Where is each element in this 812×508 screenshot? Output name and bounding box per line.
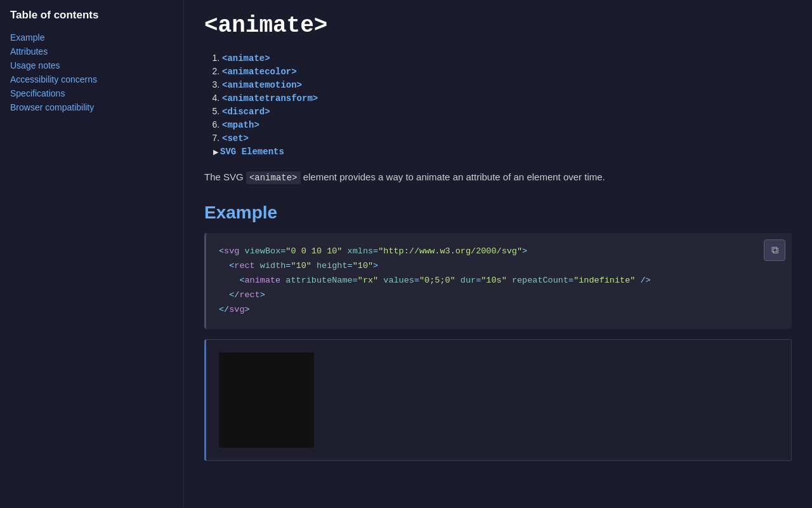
description-paragraph: The SVG <animate> element provides a way…	[204, 170, 792, 185]
description-text-before: The SVG	[204, 171, 244, 182]
sidebar-item-attributes[interactable]: Attributes	[10, 44, 173, 58]
code-line-1: <svg viewBox="0 0 10 10" xmlns="http://w…	[219, 244, 779, 259]
list-item: <set>	[222, 133, 792, 144]
sidebar-item-browser-compat[interactable]: Browser compatibility	[10, 100, 173, 114]
toc-nav: Example Attributes Usage notes Accessibi…	[10, 30, 173, 114]
list-item: <animate>	[222, 53, 792, 64]
list-item: <discard>	[222, 106, 792, 117]
sidebar-item-accessibility[interactable]: Accessibility concerns	[10, 72, 173, 86]
related-elements-list: <animate> <animatecolor> <animatemotion>…	[204, 53, 792, 157]
related-link-set[interactable]: <set>	[222, 133, 249, 144]
description-text-after: element provides a way to animate an att…	[303, 171, 605, 182]
list-item: <animatecolor>	[222, 66, 792, 77]
page-title: <animate>	[204, 13, 792, 39]
main-content: <animate> <animate> <animatecolor> <anim…	[184, 0, 812, 508]
example-heading: Example	[204, 203, 792, 223]
code-line-2: <rect width="10" height="10">	[219, 259, 779, 274]
code-line-5: </svg>	[219, 303, 779, 318]
related-link-animatetransform[interactable]: <animatetransform>	[222, 93, 318, 104]
sidebar: Table of contents Example Attributes Usa…	[0, 0, 184, 508]
code-line-3: <animate attributeName="rx" values="0;5;…	[219, 274, 779, 288]
svg-preview	[219, 352, 314, 448]
preview-box	[204, 339, 792, 461]
list-item: <animatetransform>	[222, 93, 792, 104]
code-block: ⧉ <svg viewBox="0 0 10 10" xmlns="http:/…	[204, 233, 792, 329]
related-link-svg-elements[interactable]: SVG Elements	[220, 147, 284, 157]
list-item-svg-elements: SVG Elements	[213, 146, 792, 157]
description-inline-code: <animate>	[246, 171, 301, 184]
list-item: <animatemotion>	[222, 79, 792, 90]
sidebar-item-example[interactable]: Example	[10, 30, 173, 44]
copy-button[interactable]: ⧉	[764, 239, 785, 261]
related-link-animatecolor[interactable]: <animatecolor>	[222, 67, 297, 77]
sidebar-item-usage-notes[interactable]: Usage notes	[10, 58, 173, 72]
code-content: <svg viewBox="0 0 10 10" xmlns="http://w…	[219, 244, 779, 318]
related-link-mpath[interactable]: <mpath>	[222, 120, 259, 130]
toc-heading: Table of contents	[10, 9, 173, 22]
svg-rect-0	[219, 352, 314, 448]
related-link-discard[interactable]: <discard>	[222, 107, 270, 117]
related-link-animate[interactable]: <animate>	[222, 53, 270, 64]
list-item: <mpath>	[222, 119, 792, 130]
related-link-animatemotion[interactable]: <animatemotion>	[222, 80, 302, 90]
code-line-4: </rect>	[219, 288, 779, 303]
sidebar-item-specifications[interactable]: Specifications	[10, 86, 173, 100]
copy-icon: ⧉	[771, 244, 778, 256]
